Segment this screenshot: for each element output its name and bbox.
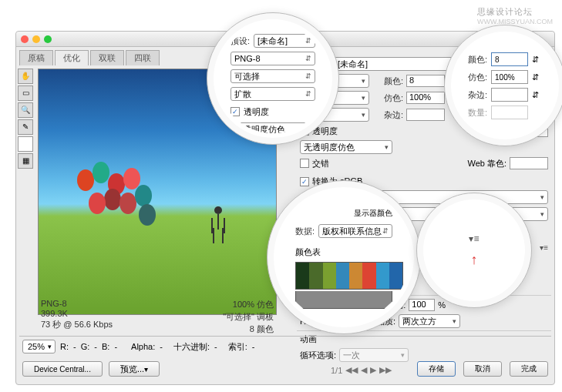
info-colors: 8 颜色	[223, 323, 274, 335]
z-transdither-select[interactable]: 无透明度仿色	[231, 122, 315, 133]
preview-button[interactable]: 预览... ▾	[109, 361, 160, 377]
z-matte-input[interactable]	[491, 88, 528, 102]
minimize-icon[interactable]	[32, 35, 40, 43]
info-speed: 73 秒 @ 56.6 Kbps	[41, 319, 113, 330]
slice-visibility[interactable]: ▦	[18, 153, 33, 169]
stepper-icon[interactable]: ⇵	[532, 55, 539, 65]
close-icon[interactable]	[21, 35, 29, 43]
tab-2up[interactable]: 双联	[90, 50, 124, 65]
matte-input[interactable]	[406, 109, 445, 121]
z-color-table[interactable]	[295, 262, 403, 290]
cancel-button[interactable]: 取消	[463, 361, 502, 377]
maximize-icon[interactable]	[44, 35, 52, 43]
srgb-checkbox[interactable]: ✓	[300, 177, 309, 186]
info-format: PNG-8	[41, 299, 113, 308]
stepper-icon[interactable]: ⇵	[532, 90, 539, 100]
window-controls[interactable]	[21, 35, 52, 43]
z-color-table-label: 颜色表	[295, 246, 321, 258]
tab-optimized[interactable]: 优化	[55, 50, 89, 65]
save-button[interactable]: 存储	[417, 361, 456, 377]
callout-color-settings: 颜色:8⇵ 仿色:100%⇵ 杂边:⇵ 数量:	[444, 25, 562, 146]
tab-4up[interactable]: 四联	[126, 50, 160, 65]
interlace-checkbox[interactable]	[300, 159, 309, 168]
color-table-menu-icon[interactable]: ▾≡	[540, 243, 548, 252]
z-amount-input	[491, 106, 528, 119]
done-button[interactable]: 完成	[510, 361, 548, 377]
arrow-up-icon: ↑	[471, 252, 478, 268]
zoom-select[interactable]: 25%	[22, 340, 56, 353]
info-size: 399.3K	[41, 309, 113, 318]
z-reduction-select[interactable]: 可选择	[231, 69, 315, 83]
toolbar: ✋ ▭ 🔍 ✎ ▦	[16, 65, 35, 318]
info-dither: 100% 仿色	[223, 299, 274, 310]
z-transparency-checkbox[interactable]: ✓	[231, 107, 240, 116]
z-format-select[interactable]: PNG-8	[231, 52, 315, 65]
hand-tool[interactable]: ✋	[18, 69, 33, 84]
info-bar: PNG-8 399.3K 73 秒 @ 56.6 Kbps 100% 仿色 "可…	[38, 297, 277, 337]
z-dither-input[interactable]: 100%	[491, 70, 528, 84]
trans-dither-select[interactable]: 无透明度仿色	[300, 140, 392, 154]
zoom-tool[interactable]: 🔍	[18, 102, 33, 118]
slice-tool[interactable]: ▭	[18, 85, 33, 101]
z-colors-input[interactable]: 8	[491, 52, 528, 66]
percent-input[interactable]: 100	[409, 299, 435, 311]
watermark: 思缘设计论坛 WWW.MISSYUAN.COM	[477, 6, 553, 25]
footer: 25% R:- G:- B:- Alpha:- 十六进制:- 索引:- Devi…	[19, 336, 551, 381]
eyedropper-tool[interactable]: ✎	[18, 119, 33, 135]
quality-select[interactable]: 两次立方	[399, 314, 460, 328]
z-preset-select[interactable]: [未命名]	[254, 34, 315, 48]
z-metadata-select[interactable]: 版权和联系信息	[318, 224, 392, 238]
dither-input[interactable]: 100%	[406, 92, 445, 104]
color-swatch[interactable]	[18, 136, 33, 152]
websnap-input[interactable]	[510, 157, 548, 169]
callout-format-settings: 预设:[未命名] PNG-8 可选择 扩散 ✓透明度 无透明度仿色	[207, 12, 339, 145]
z-dither-select[interactable]: 扩散	[231, 87, 315, 101]
device-central-button[interactable]: Device Central...	[22, 361, 103, 377]
stepper-icon[interactable]: ⇵	[532, 72, 539, 82]
tab-original[interactable]: 原稿	[19, 50, 53, 65]
callout-menu-indicator: ▾≡ ↑	[416, 193, 532, 308]
callout-color-table: 显示器颜色 数据:版权和联系信息 颜色表	[267, 180, 421, 334]
flyout-menu-icon[interactable]: ▾≡	[469, 233, 479, 244]
colors-input[interactable]: 8	[406, 75, 445, 87]
info-palette: "可选择" 调板	[223, 311, 274, 323]
